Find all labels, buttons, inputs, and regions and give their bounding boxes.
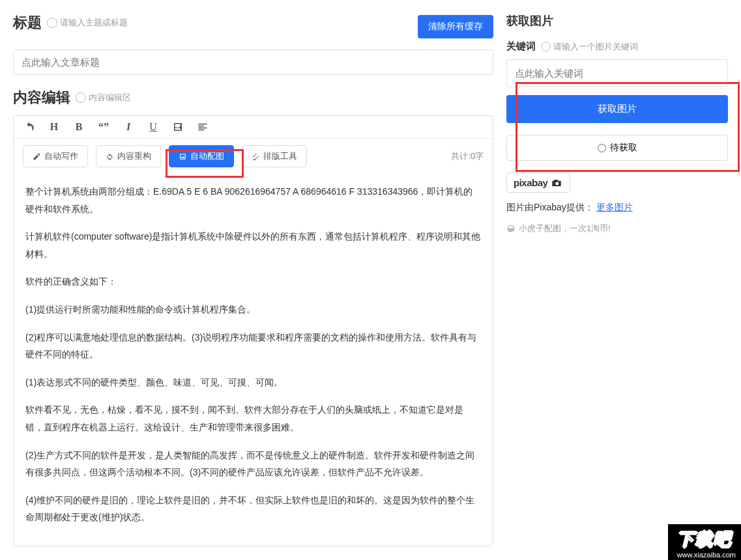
image-icon[interactable] bbox=[171, 121, 184, 133]
pixabay-badge: pixabay bbox=[506, 173, 570, 193]
credit-line: 图片由Pixabay提供： 更多图片 bbox=[506, 202, 728, 214]
bold-icon[interactable]: B bbox=[72, 121, 85, 133]
camera-icon bbox=[550, 178, 563, 188]
layout-icon bbox=[252, 152, 260, 161]
image-match-icon bbox=[179, 152, 187, 161]
pencil-icon bbox=[33, 152, 41, 161]
more-images-link[interactable]: 更多图片 bbox=[596, 202, 633, 212]
editor-paragraph: 计算机软件(computer software)是指计算机系统中除硬件以外的所有… bbox=[25, 228, 481, 262]
quote-icon[interactable]: “” bbox=[97, 121, 110, 133]
coin-icon bbox=[506, 224, 516, 233]
keyword-input[interactable] bbox=[506, 59, 728, 87]
char-count: 共计:0字 bbox=[451, 150, 484, 162]
pending-fetch-button[interactable]: 待获取 bbox=[506, 135, 728, 161]
editor-paragraph: (1)表达形式不同的硬件类型、颜色、味道、可见、可摸、可闻。 bbox=[25, 374, 481, 391]
clear-cache-button[interactable]: 清除所有缓存 bbox=[418, 15, 493, 38]
editor-paragraph: 软件看不见，无色，枯燥，看不见，摸不到，闻不到。软件大部分存在于人们的头脑或纸上… bbox=[25, 401, 481, 436]
editor-paragraph: (1)提供运行时所需功能和性能的命令或计算机程序集合。 bbox=[25, 301, 481, 318]
italic-icon[interactable]: I bbox=[122, 121, 135, 133]
editor-paragraph: (2)生产方式不同的软件是开发，是人类智能的高发挥，而不是传统意义上的硬件制造。… bbox=[25, 447, 481, 481]
action-toolbar: 自动写作 内容重构 自动配图 排版工具 共计:0字 bbox=[14, 139, 493, 174]
keyword-label: 关键词 bbox=[506, 40, 536, 53]
editor-paragraph: 整个计算机系统由两部分组成：E.69DA 5 E 6 BA 9062616964… bbox=[25, 183, 481, 217]
editor-content[interactable]: 整个计算机系统由两部分组成：E.69DA 5 E 6 BA 9062616964… bbox=[14, 174, 493, 546]
content-section-label: 内容编辑 bbox=[13, 88, 70, 107]
editor-box: H B “” I U 自动写作 内容重构 自动配图 bbox=[13, 115, 493, 546]
undo-icon[interactable] bbox=[23, 121, 36, 133]
editor-paragraph: (4)维护不同的硬件是旧的，理论上软件是旧的，并不坏，但实际上软件也是旧的和坏的… bbox=[25, 492, 481, 526]
layout-tool-button[interactable]: 排版工具 bbox=[242, 145, 307, 167]
formatting-toolbar: H B “” I U bbox=[14, 116, 493, 139]
refresh-icon bbox=[106, 152, 114, 161]
auto-image-button[interactable]: 自动配图 bbox=[169, 145, 234, 167]
heading-icon[interactable]: H bbox=[48, 121, 61, 133]
title-section-label: 标题 bbox=[13, 13, 42, 33]
content-section-hint: 内容编辑区 bbox=[76, 92, 131, 104]
watermark: 下载吧 www.xiazaiba.com bbox=[668, 524, 741, 560]
fetch-image-title: 获取图片 bbox=[506, 13, 728, 29]
auto-write-button[interactable]: 自动写作 bbox=[23, 145, 88, 167]
underline-icon[interactable]: U bbox=[147, 121, 160, 133]
editor-paragraph: (2)程序可以满意地处理信息的数据结构。(3)说明程序功能要求和程序需要的文档的… bbox=[25, 329, 481, 363]
keyword-hint: 请输入一个图片关键词 bbox=[541, 41, 638, 53]
tip-line: 小虎子配图，一次1淘币! bbox=[506, 223, 728, 234]
article-title-input[interactable] bbox=[13, 49, 493, 75]
fetch-image-button[interactable]: 获取图片 bbox=[506, 95, 728, 123]
content-restructure-button[interactable]: 内容重构 bbox=[96, 145, 161, 167]
align-icon[interactable] bbox=[196, 121, 209, 133]
title-section-hint: 请输入主题或标题 bbox=[47, 17, 128, 29]
editor-paragraph: 软件的正确含义如下： bbox=[25, 273, 481, 290]
circle-icon bbox=[598, 144, 606, 152]
